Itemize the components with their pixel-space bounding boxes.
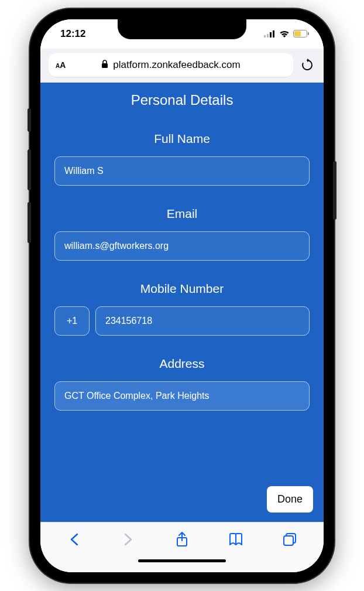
page-title: Personal Details — [54, 92, 310, 108]
home-indicator[interactable] — [138, 559, 226, 562]
mobile-group: Mobile Number +1 — [54, 282, 310, 336]
mobile-input[interactable] — [95, 306, 310, 336]
signal-icon — [264, 30, 276, 37]
bookmarks-button[interactable] — [224, 528, 248, 551]
browser-bar: AA platform.zonkafeedback.com — [40, 49, 324, 83]
svg-rect-6 — [308, 32, 309, 35]
side-button — [28, 108, 31, 132]
status-icons — [264, 30, 310, 37]
browser-toolbar — [40, 522, 324, 557]
svg-rect-10 — [284, 536, 293, 545]
address-input[interactable] — [54, 381, 310, 411]
reload-button[interactable] — [299, 57, 315, 73]
status-time: 12:12 — [60, 28, 85, 40]
mobile-label: Mobile Number — [54, 282, 310, 296]
back-button[interactable] — [63, 528, 86, 551]
svg-rect-2 — [270, 32, 272, 37]
volume-up-button — [28, 149, 31, 190]
page-content: Personal Details Full Name Email Mobile … — [40, 83, 324, 522]
home-indicator-area — [40, 557, 324, 572]
fullname-input[interactable] — [54, 156, 310, 186]
svg-rect-7 — [102, 63, 108, 68]
volume-down-button — [28, 202, 31, 243]
svg-rect-0 — [264, 35, 266, 37]
url-bar[interactable]: AA platform.zonkafeedback.com — [49, 53, 293, 77]
address-label: Address — [54, 357, 310, 371]
fullname-label: Full Name — [54, 132, 310, 146]
notch — [118, 19, 246, 39]
forward-button[interactable] — [116, 528, 140, 551]
wifi-icon — [279, 30, 290, 37]
svg-rect-3 — [273, 30, 274, 37]
screen: 12:12 AA platform.zonkafeedback.com — [40, 19, 324, 572]
lock-icon — [101, 60, 108, 70]
power-button — [333, 161, 336, 220]
tabs-button[interactable] — [278, 528, 301, 551]
done-button[interactable]: Done — [267, 486, 313, 513]
fullname-group: Full Name — [54, 132, 310, 186]
share-button[interactable] — [170, 528, 194, 551]
battery-icon — [293, 30, 310, 37]
text-size-button[interactable]: AA — [56, 60, 66, 70]
address-group: Address — [54, 357, 310, 411]
email-label: Email — [54, 207, 310, 221]
email-input[interactable] — [54, 231, 310, 261]
url-text: platform.zonkafeedback.com — [113, 59, 240, 71]
country-code-select[interactable]: +1 — [54, 306, 90, 336]
email-group: Email — [54, 207, 310, 261]
svg-rect-1 — [267, 34, 269, 37]
svg-rect-5 — [294, 31, 301, 36]
phone-frame: 12:12 AA platform.zonkafeedback.com — [30, 9, 334, 583]
